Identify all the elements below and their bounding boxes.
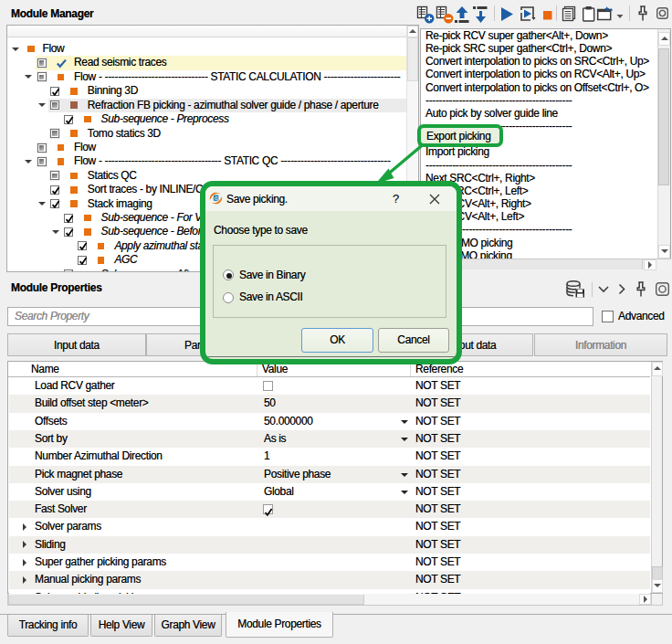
svg-text:g: g: [215, 195, 218, 202]
